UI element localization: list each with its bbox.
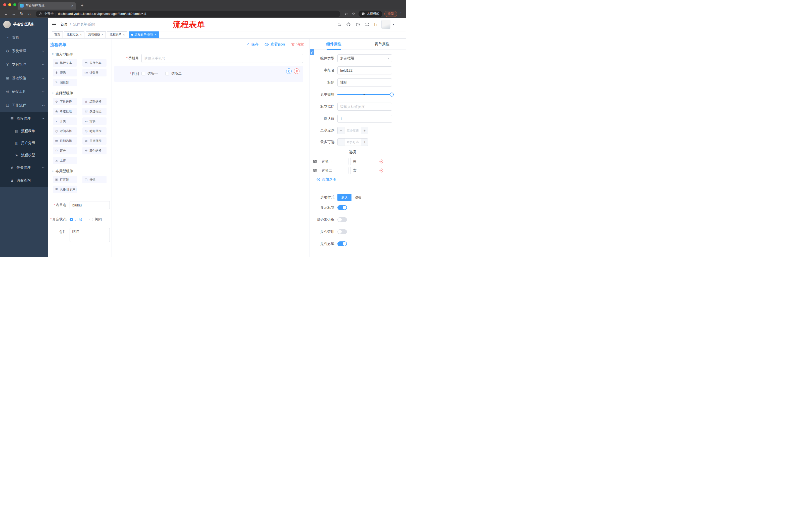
sidebar-item-请假查询[interactable]: ♟请假查询 [0,174,48,187]
field-name-input[interactable] [338,66,392,75]
toggle-是否必填[interactable] [338,241,347,246]
form-remark-textarea[interactable]: 嘿嘿 [69,228,110,242]
window-controls[interactable] [3,3,16,6]
tab-表单属性[interactable]: 表单属性 [358,39,406,50]
tag-流程模型[interactable]: 流程模型× [86,31,106,38]
palette-item-日期范围[interactable]: ▩日期范围 [82,137,107,144]
option-name-input[interactable] [319,158,348,165]
sidebar-logo[interactable]: 芋道管理系统 [0,18,48,31]
help-icon[interactable] [355,22,360,27]
palette-item-单行文本[interactable]: ▭单行文本 [53,59,77,66]
github-icon[interactable] [346,22,351,27]
sidebar-item-系统管理[interactable]: ⚙系统管理❯ [0,44,48,58]
drag-handle-icon[interactable] [313,168,317,173]
decrease-button[interactable]: − [338,139,344,145]
new-tab-button[interactable]: + [79,2,85,9]
selected-component[interactable]: 性别 选项一选项二 [114,66,303,82]
option-value-input[interactable] [350,158,377,165]
style-option-按钮[interactable]: 按钮 [351,194,365,201]
fullscreen-icon[interactable] [364,22,370,27]
checkbox-选项二[interactable]: 选项二 [165,72,182,76]
font-size-icon[interactable]: TT [374,22,378,27]
minimize-window-button[interactable] [8,3,11,6]
palette-item-级联选择[interactable]: ⋔级联选择 [82,98,107,105]
close-icon[interactable]: × [102,33,104,36]
palette-item-时间选择[interactable]: ◷时间选择 [53,127,77,135]
option-value-input[interactable] [350,167,377,174]
label-width-input[interactable] [338,103,392,111]
toggle-是否禁用[interactable] [338,229,347,234]
sidebar-item-用户分组[interactable]: ◫用户分组 [0,137,48,149]
palette-item-上传[interactable]: ☁上传 [53,157,77,164]
form-name-input[interactable] [69,201,110,209]
add-option-button[interactable]: 添加选项 [316,177,392,182]
password-key-icon[interactable] [343,10,349,17]
default-value-input[interactable] [338,115,392,123]
palette-item-滑块[interactable]: ⊷滑块 [82,117,107,125]
avatar-caret-icon[interactable]: ▾ [393,23,394,26]
toggle-显示标签[interactable] [338,205,347,210]
action-查看json[interactable]: 查看json [265,42,285,47]
drag-handle-icon[interactable] [313,159,317,164]
hamburger-icon[interactable] [52,22,57,27]
close-icon[interactable]: × [123,33,125,36]
phone-input[interactable] [141,54,303,63]
sidebar-item-工作流程[interactable]: ❒工作流程❯ [0,99,48,112]
remove-option-icon[interactable] [379,159,384,164]
palette-item-时间范围[interactable]: ◶时间范围 [82,127,107,135]
reload-button[interactable]: ↻ [18,10,25,17]
sidebar-item-基础设施[interactable]: ⊞基础设施❯ [0,72,48,85]
status-radio-开启[interactable]: 开启 [69,217,82,222]
close-icon[interactable]: × [155,33,157,36]
browser-tab[interactable]: 芋道管理系统 × [18,2,76,9]
delete-component-button[interactable] [294,69,299,74]
tab-组件属性[interactable]: 组件属性 [310,39,358,50]
increase-button[interactable]: + [361,139,368,145]
palette-item-计数器[interactable]: 123计数器 [82,69,107,77]
update-button[interactable]: 更新 [384,11,397,17]
address-bar[interactable]: 不安全 | dashboard.yudao.iocoder.cn/bpm/man… [36,10,340,17]
sidebar-item-流程表单[interactable]: ▤流程表单 [0,125,48,137]
browser-menu-icon[interactable]: ⋮ [399,11,404,16]
search-icon[interactable] [337,22,342,27]
close-icon[interactable]: × [80,33,82,36]
bookmark-star-icon[interactable]: ☆ [350,10,357,17]
sidebar-item-流程模型[interactable]: ➤流程模型 [0,149,48,161]
close-tab-icon[interactable]: × [71,4,74,7]
copy-component-button[interactable] [286,69,292,74]
remove-option-icon[interactable] [379,168,384,173]
tag-首页[interactable]: 首页 [52,31,63,38]
style-option-默认[interactable]: 默认 [338,194,351,201]
link-icon[interactable] [310,49,314,55]
sidebar-item-研发工具[interactable]: ⚒研发工具❯ [0,85,48,99]
checkbox-选项一[interactable]: 选项一 [141,72,158,76]
palette-item-日期选择[interactable]: ▦日期选择 [53,137,77,144]
palette-item-编辑器[interactable]: ✎编辑器 [53,79,77,86]
sidebar-item-任务管理[interactable]: ⋔任务管理❯ [0,161,48,174]
form-grid-slider[interactable] [338,90,392,99]
palette-item-评分[interactable]: ☆评分 [53,147,77,154]
palette-item-表格[开发中][interactable]: ⊞表格[开发中] [53,186,77,193]
decrease-button[interactable]: − [338,127,344,134]
option-name-input[interactable] [319,167,348,174]
back-button[interactable]: ← [2,10,9,17]
title-input[interactable] [338,78,392,86]
close-window-button[interactable] [3,3,6,6]
sidebar-item-首页[interactable]: ◔首页 [0,31,48,44]
palette-item-开关[interactable]: ◐开关 [53,117,77,125]
increase-button[interactable]: + [361,127,368,134]
tag-流程定义[interactable]: 流程定义× [64,31,84,38]
slider-handle[interactable] [390,92,394,97]
breadcrumb-home[interactable]: 首页 [61,22,67,27]
tag-流程表单[interactable]: 流程表单× [107,31,127,38]
palette-item-多选框组[interactable]: ☑多选框组 [82,108,107,115]
palette-item-下拉选择[interactable]: ⊙下拉选择 [53,98,77,105]
component-type-select[interactable]: 多选框组 ▾ [338,54,392,62]
palette-item-颜色选择[interactable]: ☸颜色选择 [82,147,107,154]
sidebar-item-流程管理[interactable]: ☰流程管理❯ [0,112,48,125]
home-button[interactable]: ⌂ [26,10,33,17]
status-radio-关闭[interactable]: 关闭 [89,217,102,222]
tag-流程表单-编辑[interactable]: 流程表单-编辑× [128,31,159,38]
avatar[interactable] [381,20,390,29]
action-保存[interactable]: ✓保存 [246,42,259,47]
